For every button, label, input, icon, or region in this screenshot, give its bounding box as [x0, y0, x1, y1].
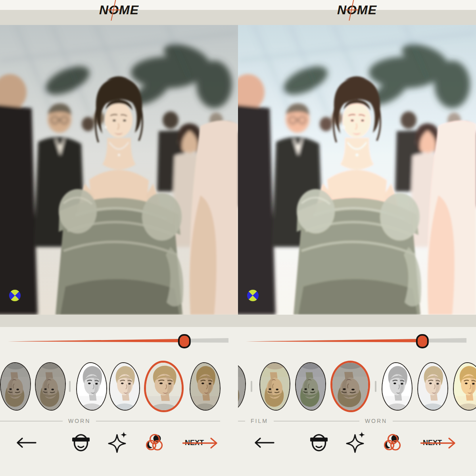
photo-preview-after [238, 25, 476, 315]
back-arrow-icon [253, 436, 275, 449]
filter-category-label: WORN [68, 418, 90, 424]
next-arrow-icon [420, 435, 459, 451]
face-retouch-button[interactable] [310, 432, 328, 453]
next-button[interactable]: NEXT [182, 435, 221, 451]
face-cap-icon [72, 432, 90, 453]
face-cap-icon [310, 432, 328, 453]
photo-frame-strip [238, 315, 476, 327]
filter-category-row: WORN [0, 417, 238, 424]
sparkles-icon [108, 431, 128, 454]
filter-thumb[interactable] [259, 362, 290, 411]
photo-preview-before [0, 25, 238, 315]
filter-category-row: FILM WORN [238, 417, 476, 424]
nome-logo: NOME [0, 2, 238, 17]
photo-scene [0, 25, 238, 315]
nome-logo: NOME [238, 2, 476, 17]
logo-text: ME [357, 3, 377, 17]
filter-thumb[interactable] [109, 362, 140, 411]
filter-thumb-selected[interactable] [144, 361, 184, 412]
back-button[interactable] [253, 436, 275, 449]
label-divider-line [0, 421, 63, 421]
logo-crosshair-o: O [109, 2, 119, 17]
back-arrow-icon [15, 436, 37, 449]
filter-intensity-slider[interactable] [0, 334, 238, 348]
logo-crosshair-o: O [347, 2, 357, 17]
filter-thumb[interactable] [0, 362, 31, 411]
editor-panel-after: NOME FILM [238, 0, 476, 476]
filter-thumb[interactable] [295, 362, 326, 411]
filter-thumb[interactable] [190, 362, 221, 411]
nome-editor-comparison: NOME WORN [0, 0, 476, 476]
label-divider-line [238, 421, 245, 421]
header: NOME [0, 0, 238, 25]
next-arrow-icon [182, 435, 221, 451]
filter-group-divider [375, 381, 376, 392]
logo-text: ME [119, 3, 139, 17]
filter-group-divider [69, 381, 71, 392]
filter-category-label: WORN [365, 418, 387, 424]
filter-circles-icon [145, 433, 164, 453]
filters-button-active[interactable] [383, 433, 402, 453]
label-divider-line [393, 421, 476, 421]
face-retouch-button[interactable] [72, 432, 90, 453]
photo-scene [238, 25, 476, 315]
filter-group-divider [251, 381, 252, 392]
filter-thumb[interactable] [35, 362, 66, 411]
filter-thumb[interactable] [453, 362, 476, 411]
header: NOME [238, 0, 476, 25]
filter-thumb[interactable] [417, 362, 448, 411]
enhance-button[interactable] [346, 431, 366, 454]
pinwheel-watermark-icon [247, 290, 259, 301]
toolbar: NEXT [238, 430, 476, 462]
label-divider-line [274, 421, 359, 421]
sparkles-icon [346, 431, 366, 454]
back-button[interactable] [15, 436, 37, 449]
filter-thumb[interactable] [76, 362, 107, 411]
filter-thumb[interactable] [382, 362, 413, 411]
filters-button-active[interactable] [145, 433, 164, 453]
controls: FILM WORN [238, 334, 476, 476]
filter-strip [0, 360, 238, 413]
slider-handle[interactable] [179, 335, 190, 348]
editor-panel-before: NOME WORN [0, 0, 238, 476]
filter-intensity-slider[interactable] [238, 334, 476, 348]
filter-circles-icon [383, 433, 402, 453]
filter-category-label: FILM [251, 418, 268, 424]
filter-strip [238, 360, 476, 413]
photo-frame-strip [0, 315, 238, 327]
enhance-button[interactable] [108, 431, 128, 454]
label-divider-line [96, 421, 220, 421]
toolbar: NEXT [0, 430, 238, 462]
filter-thumb[interactable] [238, 362, 246, 411]
filter-thumb-selected[interactable] [330, 361, 370, 412]
pinwheel-watermark-icon [9, 290, 21, 301]
controls: WORN [0, 334, 238, 476]
slider-handle[interactable] [417, 335, 428, 348]
next-button[interactable]: NEXT [420, 435, 459, 451]
